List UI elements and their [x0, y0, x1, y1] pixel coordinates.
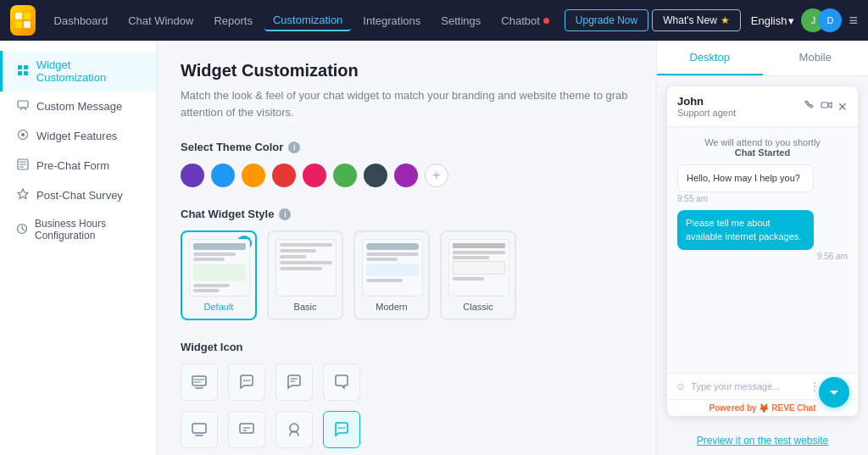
- svg-rect-6: [18, 71, 22, 75]
- message-agent: Hello, How may I help you? 9:55 am: [677, 164, 848, 203]
- color-pink[interactable]: [303, 164, 326, 187]
- style-basic-preview: [275, 239, 337, 297]
- color-purple[interactable]: [181, 164, 204, 187]
- svg-rect-1: [24, 13, 31, 19]
- sidebar-item-business-hours[interactable]: Business Hours Configuration: [0, 210, 156, 249]
- widget-icon-section: Widget Icon: [181, 341, 632, 353]
- topnav: Dashboard Chat Window Reports Customizat…: [0, 0, 868, 41]
- emoji-icon[interactable]: ☺: [676, 380, 686, 392]
- nav-dashboard[interactable]: Dashboard: [46, 11, 117, 31]
- upgrade-button[interactable]: Upgrade Now: [565, 9, 648, 31]
- agent-info: John Support agent: [677, 95, 736, 118]
- widget-features-icon: [16, 129, 30, 143]
- pre-chat-icon: [16, 158, 30, 173]
- menu-icon[interactable]: ≡: [849, 12, 858, 30]
- widget-icon-0[interactable]: [181, 363, 218, 401]
- widget-icon-2[interactable]: [275, 363, 313, 401]
- style-basic[interactable]: Basic: [267, 230, 343, 320]
- color-green[interactable]: [333, 164, 357, 187]
- widget-icon-4[interactable]: [181, 411, 218, 448]
- main-content: Widget Customization Match the look & fe…: [157, 41, 656, 455]
- color-violet[interactable]: [394, 164, 418, 187]
- preview-tabs: Desktop Mobile: [657, 41, 868, 76]
- svg-point-30: [343, 427, 345, 429]
- system-message: We will attend to you shortly Chat Start…: [677, 137, 848, 158]
- tab-mobile[interactable]: Mobile: [763, 41, 869, 75]
- chat-fab-button[interactable]: [819, 377, 849, 408]
- msg-time-1: 9:55 am: [677, 194, 848, 203]
- user-bubble: Please tell me about available internet …: [677, 210, 814, 250]
- color-swatches: +: [181, 164, 632, 187]
- sidebar-item-pre-chat[interactable]: Pre-Chat Form: [0, 151, 156, 180]
- nav-chat-window[interactable]: Chat Window: [120, 11, 202, 31]
- sidebar-item-widget-features[interactable]: Widget Features: [0, 121, 156, 151]
- chat-input[interactable]: Type your message...: [691, 381, 804, 391]
- svg-point-19: [246, 380, 248, 381]
- preview-test-link[interactable]: Preview it on the test website: [657, 426, 868, 455]
- sidebar-label-biz-hours: Business Hours Configuration: [35, 218, 142, 241]
- svg-point-10: [21, 133, 25, 136]
- widget-icons-row1: [181, 363, 632, 401]
- agent-bubble: Hello, How may I help you?: [677, 164, 814, 192]
- msg-time-2: 9:56 am: [677, 252, 848, 261]
- style-classic[interactable]: Classic: [440, 230, 516, 320]
- page-title: Widget Customization: [181, 61, 632, 80]
- nav-integrations[interactable]: Integrations: [354, 11, 429, 31]
- logo: [10, 5, 36, 36]
- widget-icon-6[interactable]: [275, 411, 313, 448]
- widget-icon-3[interactable]: [323, 363, 360, 401]
- svg-point-28: [338, 427, 340, 429]
- svg-point-29: [341, 427, 342, 429]
- sidebar-label-custom-msg: Custom Message: [36, 100, 122, 113]
- widget-style-info-icon[interactable]: i: [279, 208, 291, 220]
- theme-color-info-icon[interactable]: i: [288, 141, 300, 153]
- nav-chatbot[interactable]: Chatbot: [492, 11, 558, 31]
- language-selector[interactable]: English ▾: [751, 14, 795, 27]
- svg-rect-0: [15, 13, 22, 19]
- sidebar-item-widget-customization[interactable]: Widget Customization: [0, 51, 156, 92]
- close-icon[interactable]: ✕: [837, 100, 848, 114]
- style-modern-label: Modern: [362, 302, 421, 312]
- sidebar-item-post-chat[interactable]: Post-Chat Survey: [0, 180, 156, 210]
- phone-icon[interactable]: [804, 99, 815, 114]
- chevron-down-icon: ▾: [788, 14, 794, 27]
- style-modern[interactable]: Modern: [353, 230, 430, 320]
- style-classic-preview: [448, 239, 509, 297]
- svg-rect-4: [18, 65, 22, 69]
- nav-settings[interactable]: Settings: [432, 11, 489, 31]
- nav-customization[interactable]: Customization: [264, 10, 351, 31]
- chat-widget: John Support agent ✕: [667, 86, 858, 416]
- video-icon[interactable]: [821, 99, 832, 114]
- svg-rect-7: [24, 71, 28, 75]
- svg-rect-8: [18, 101, 28, 108]
- sidebar-label-widget: Widget Customization: [36, 58, 142, 84]
- widget-style-section: Chat Widget Style i: [181, 208, 632, 220]
- message-user: Please tell me about available internet …: [677, 210, 848, 261]
- svg-rect-23: [192, 424, 206, 433]
- theme-color-section: Select Theme Color i: [181, 141, 632, 153]
- add-color-button[interactable]: +: [425, 164, 448, 187]
- color-red[interactable]: [272, 164, 296, 187]
- sidebar-item-custom-message[interactable]: Custom Message: [0, 92, 156, 121]
- avatar-2: D: [818, 8, 842, 32]
- color-orange[interactable]: [242, 164, 265, 187]
- svg-rect-17: [192, 376, 206, 386]
- nav-reports[interactable]: Reports: [205, 11, 261, 31]
- agent-role: Support agent: [677, 108, 736, 118]
- widget-icons-row2: [181, 411, 632, 448]
- star-icon: ★: [721, 14, 730, 26]
- avatar-group: J D: [801, 8, 842, 32]
- widget-icon-1[interactable]: [228, 363, 265, 401]
- sidebar: Widget Customization Custom Message Widg…: [0, 41, 157, 455]
- svg-rect-3: [24, 21, 31, 28]
- agent-name: John: [677, 95, 736, 108]
- style-default[interactable]: ✓ Default: [181, 230, 257, 320]
- color-blue[interactable]: [211, 164, 235, 187]
- tab-desktop[interactable]: Desktop: [657, 41, 763, 75]
- svg-rect-31: [821, 103, 828, 108]
- widget-icon-7[interactable]: [323, 411, 360, 448]
- whatsnew-button[interactable]: What's New ★: [652, 9, 741, 31]
- color-dark[interactable]: [364, 164, 387, 187]
- widget-icon-5[interactable]: [228, 411, 265, 448]
- style-modern-preview: [362, 239, 423, 297]
